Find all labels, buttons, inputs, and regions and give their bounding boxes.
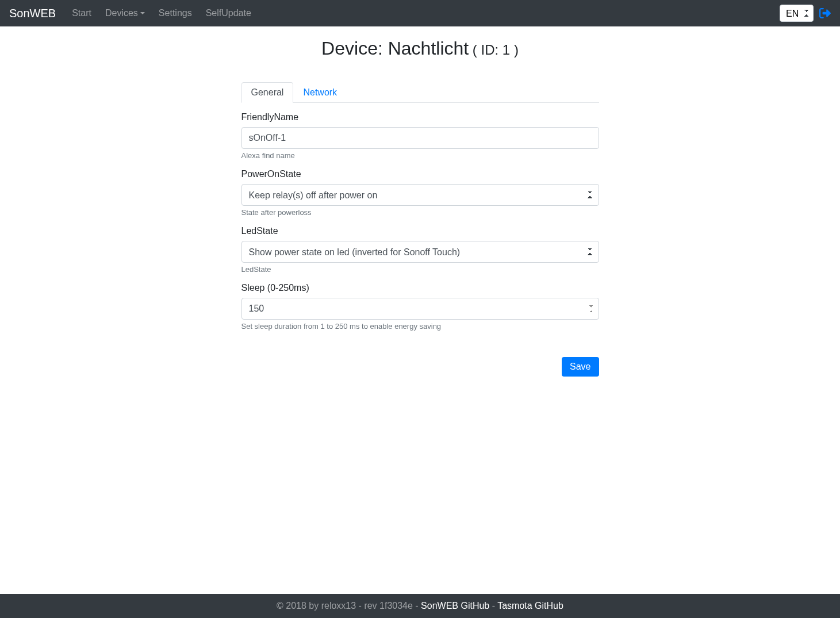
title-prefix: Device: [321,38,388,59]
friendly-name-input[interactable] [241,127,599,149]
tab-network[interactable]: Network [293,82,347,103]
navbar: SonWEB Start Devices Settings SelfUpdate… [0,0,840,26]
friendly-name-help: Alexa find name [241,151,599,160]
nav-start[interactable]: Start [65,3,98,23]
friendly-name-label: FriendlyName [241,112,599,122]
power-on-state-help: State after powerloss [241,208,599,217]
led-state-help: LedState [241,265,599,274]
device-id: ( ID: 1 ) [469,42,519,57]
content: General Network FriendlyName Alexa find … [241,82,599,331]
nav-selfupdate[interactable]: SelfUpdate [199,3,258,23]
device-name: Nachtlicht [388,38,469,59]
main-container: Device: Nachtlicht ( ID: 1 ) General Net… [144,38,696,331]
page-title: Device: Nachtlicht ( ID: 1 ) [153,38,688,59]
nav-devices[interactable]: Devices [98,3,152,23]
tabs: General Network [241,82,599,103]
nav-settings[interactable]: Settings [152,3,199,23]
nav-links: Start Devices Settings SelfUpdate [65,3,780,23]
power-on-state-select[interactable]: Keep relay(s) off after power on [241,184,599,206]
led-state-group: LedState Show power state on led (invert… [241,226,599,274]
brand-logo[interactable]: SonWEB [9,7,56,20]
power-on-state-label: PowerOnState [241,169,599,179]
logout-icon[interactable] [819,8,831,18]
friendly-name-group: FriendlyName Alexa find name [241,112,599,160]
save-button[interactable]: Save [562,357,599,377]
sleep-group: Sleep (0-250ms) Set sleep duration from … [241,283,599,331]
power-on-state-group: PowerOnState Keep relay(s) off after pow… [241,169,599,217]
language-select[interactable]: EN [780,5,814,22]
navbar-right: EN [780,5,831,22]
sleep-label: Sleep (0-250ms) [241,283,599,293]
sleep-help: Set sleep duration from 1 to 250 ms to e… [241,322,599,331]
sleep-input[interactable] [241,298,599,320]
chevron-down-icon [140,12,145,14]
led-state-select[interactable]: Show power state on led (inverted for So… [241,241,599,263]
tab-general[interactable]: General [241,82,294,103]
led-state-label: LedState [241,226,599,236]
nav-devices-label: Devices [105,8,138,18]
lang-select-wrapper: EN [780,5,814,22]
